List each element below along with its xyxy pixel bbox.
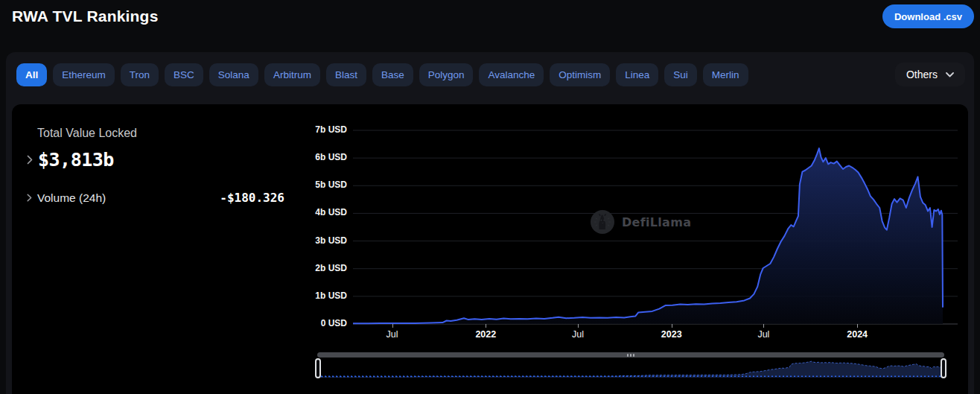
tvl-label: Total Value Locked	[37, 127, 284, 140]
others-dropdown[interactable]: Others	[895, 63, 965, 86]
x-axis-tick	[672, 324, 672, 328]
x-axis-label: Jul	[739, 329, 787, 340]
y-axis-label: 0 USD	[313, 318, 347, 329]
chain-pill-base[interactable]: Base	[372, 63, 413, 86]
chain-pill-sui[interactable]: Sui	[664, 63, 697, 86]
chain-pill-tron[interactable]: Tron	[121, 63, 159, 86]
volume-row[interactable]: Volume (24h) -$180.326	[27, 191, 284, 205]
others-dropdown-label: Others	[906, 69, 938, 80]
y-axis-label: 5b USD	[313, 179, 347, 191]
x-axis-label: 2022	[462, 329, 509, 340]
chart-navigator	[317, 352, 944, 384]
chevron-right-icon	[27, 194, 32, 202]
chain-pill-merlin[interactable]: Merlin	[703, 63, 748, 86]
x-axis-label: Jul	[554, 329, 602, 340]
chevron-down-icon	[946, 72, 954, 77]
stats-panel: Total Value Locked $3,813b Volume (24h) …	[27, 127, 284, 205]
tvl-chart-area: DefiLlama 7b USD6b USD5b USD4b USD3b USD…	[313, 123, 958, 346]
y-axis-label: 7b USD	[313, 124, 347, 136]
page-header: RWA TVL Rankings Download .csv	[12, 0, 974, 33]
content-panel: AllEthereumTronBSCSolanaArbitrumBlastBas…	[6, 52, 974, 394]
page-title: RWA TVL Rankings	[12, 7, 159, 25]
navigator-right-handle[interactable]	[941, 358, 946, 378]
chain-pill-polygon[interactable]: Polygon	[419, 63, 474, 86]
chain-filter-row: AllEthereumTronBSCSolanaArbitrumBlastBas…	[16, 63, 965, 86]
chain-pill-all[interactable]: All	[16, 63, 47, 86]
tvl-area-chart[interactable]	[353, 123, 958, 325]
tvl-value-row[interactable]: $3,813b	[27, 149, 284, 171]
chain-pill-solana[interactable]: Solana	[209, 63, 258, 86]
tvl-chart-card: Total Value Locked $3,813b Volume (24h) …	[12, 104, 968, 394]
x-axis-label: Jul	[369, 329, 416, 340]
navigator-area-fill	[317, 361, 943, 378]
x-axis-tick	[392, 324, 393, 328]
chain-pill-linea[interactable]: Linea	[616, 63, 658, 86]
chain-pill-ethereum[interactable]: Ethereum	[53, 63, 115, 86]
x-axis-tick	[857, 324, 858, 328]
scrollbar-grip-icon[interactable]	[627, 354, 634, 357]
y-axis-label: 4b USD	[313, 207, 347, 218]
x-axis-tick	[578, 324, 579, 328]
y-axis-label: 3b USD	[313, 235, 347, 247]
volume-value: -$180.326	[220, 191, 284, 205]
chevron-right-icon	[27, 155, 33, 165]
x-axis-label: 2024	[833, 329, 881, 340]
navigator-scrollbar[interactable]	[317, 352, 944, 358]
y-axis-label: 6b USD	[313, 152, 347, 163]
y-axis-label: 2b USD	[313, 263, 347, 274]
navigator-left-handle[interactable]	[315, 358, 321, 378]
tvl-value: $3,813b	[38, 149, 114, 171]
tvl-area-fill	[353, 148, 943, 324]
chain-pill-arbitrum[interactable]: Arbitrum	[264, 63, 320, 86]
x-axis-tick	[486, 324, 486, 328]
chain-pill-bsc[interactable]: BSC	[165, 63, 203, 86]
chain-pill-blast[interactable]: Blast	[326, 63, 366, 86]
volume-label: Volume (24h)	[37, 191, 106, 205]
chain-pill-avalanche[interactable]: Avalanche	[479, 63, 544, 86]
download-csv-button[interactable]: Download .csv	[882, 4, 974, 28]
x-axis-label: 2023	[648, 329, 696, 340]
navigator-mini-chart[interactable]	[317, 359, 944, 378]
rwa-tvl-page: RWA TVL Rankings Download .csv AllEthere…	[0, 0, 980, 394]
x-axis-tick	[763, 324, 764, 328]
navigator-area-chart	[317, 359, 944, 378]
y-axis-label: 1b USD	[313, 290, 347, 302]
chain-pill-optimism[interactable]: Optimism	[550, 63, 610, 86]
